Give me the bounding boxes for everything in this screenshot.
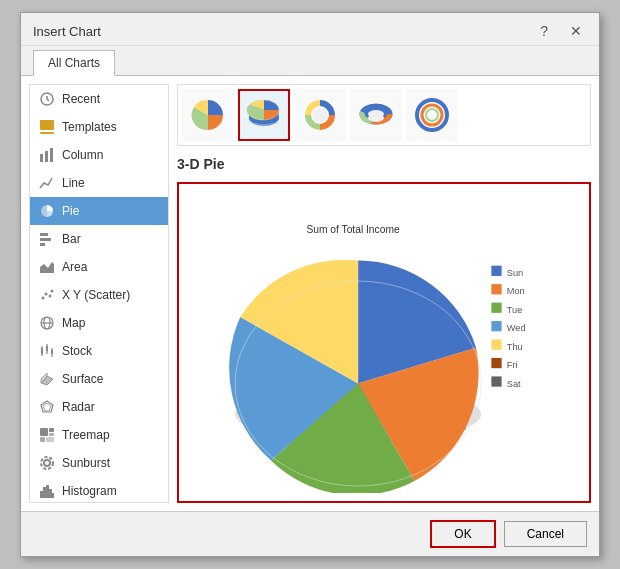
dialog-footer: OK Cancel <box>21 511 599 556</box>
chart-inner-content: Sum of Total Income <box>179 184 589 501</box>
help-button[interactable]: ? <box>535 21 553 41</box>
svg-point-66 <box>426 109 438 121</box>
chart-preview-area: Sum of Total Income <box>177 182 591 503</box>
svg-rect-37 <box>49 489 52 498</box>
close-button[interactable]: ✕ <box>565 21 587 41</box>
svg-rect-69 <box>492 266 502 276</box>
insert-chart-dialog: Insert Chart ? ✕ All Charts Recent <box>20 12 600 557</box>
svg-rect-34 <box>40 491 43 498</box>
svg-rect-36 <box>46 485 49 498</box>
sidebar-item-line[interactable]: Line <box>30 169 168 197</box>
svg-text:Mon: Mon <box>507 286 525 296</box>
svg-rect-81 <box>492 376 502 386</box>
selected-chart-title: 3-D Pie <box>177 154 591 174</box>
sidebar-item-stock[interactable]: Stock <box>30 337 168 365</box>
svg-rect-6 <box>40 233 48 236</box>
svg-rect-79 <box>492 358 502 368</box>
svg-rect-28 <box>49 428 54 432</box>
svg-rect-73 <box>492 303 502 313</box>
treemap-icon <box>38 426 56 444</box>
sidebar-label-line: Line <box>62 176 85 190</box>
svg-rect-75 <box>492 321 502 331</box>
svg-marker-26 <box>43 403 51 411</box>
svg-point-13 <box>51 290 54 293</box>
sidebar-item-surface[interactable]: Surface <box>30 365 168 393</box>
title-bar: Insert Chart ? ✕ <box>21 13 599 46</box>
sidebar-label-pie: Pie <box>62 204 79 218</box>
sidebar-label-scatter: X Y (Scatter) <box>62 288 130 302</box>
sunburst-icon <box>38 454 56 472</box>
sidebar-item-templates[interactable]: Templates <box>30 113 168 141</box>
sidebar-item-radar[interactable]: Radar <box>30 393 168 421</box>
chart-type-donut3d[interactable] <box>350 89 402 141</box>
sidebar-item-treemap[interactable]: Treemap <box>30 421 168 449</box>
svg-rect-8 <box>40 243 45 246</box>
sidebar-label-histogram: Histogram <box>62 484 117 498</box>
svg-rect-30 <box>40 437 45 442</box>
sidebar-item-scatter[interactable]: X Y (Scatter) <box>30 281 168 309</box>
chart-type-donut2d[interactable] <box>294 89 346 141</box>
chart-icons-row <box>177 84 591 146</box>
tab-all-charts[interactable]: All Charts <box>33 50 115 76</box>
sidebar-item-area[interactable]: Area <box>30 253 168 281</box>
svg-text:Tue: Tue <box>507 305 523 315</box>
svg-rect-29 <box>49 433 54 436</box>
sidebar-item-bar[interactable]: Bar <box>30 225 168 253</box>
svg-rect-31 <box>46 437 54 442</box>
svg-rect-38 <box>52 493 54 498</box>
sidebar-label-surface: Surface <box>62 372 103 386</box>
svg-text:Wed: Wed <box>507 323 526 333</box>
sidebar-item-histogram[interactable]: Histogram <box>30 477 168 503</box>
sidebar-label-radar: Radar <box>62 400 95 414</box>
svg-text:Fri: Fri <box>507 360 518 370</box>
tab-bar: All Charts <box>21 46 599 76</box>
svg-rect-71 <box>492 284 502 294</box>
chart-preview-title: Sum of Total Income <box>307 224 401 235</box>
svg-point-32 <box>44 460 50 466</box>
svg-text:Thu: Thu <box>507 342 523 352</box>
sidebar-label-bar: Bar <box>62 232 81 246</box>
sidebar-item-column[interactable]: Column <box>30 141 168 169</box>
chart-type-pie2d[interactable] <box>182 89 234 141</box>
title-bar-buttons: ? ✕ <box>535 21 587 41</box>
svg-rect-2 <box>40 132 54 134</box>
sidebar-item-recent[interactable]: Recent <box>30 85 168 113</box>
recent-icon <box>38 90 56 108</box>
svg-rect-7 <box>40 238 51 241</box>
line-icon <box>38 174 56 192</box>
svg-rect-5 <box>50 148 53 162</box>
histogram-icon <box>38 482 56 500</box>
chart-type-sidebar: Recent Templates Column Li <box>29 84 169 503</box>
bar-icon <box>38 230 56 248</box>
radar-icon <box>38 398 56 416</box>
sidebar-item-pie[interactable]: Pie <box>30 197 168 225</box>
svg-marker-9 <box>40 262 54 273</box>
sidebar-label-area: Area <box>62 260 87 274</box>
svg-text:Sat: Sat <box>507 379 521 389</box>
sidebar-label-sunburst: Sunburst <box>62 456 110 470</box>
chart-preview-svg: Sum of Total Income <box>189 192 579 493</box>
cancel-button[interactable]: Cancel <box>504 521 587 547</box>
stock-icon <box>38 342 56 360</box>
sidebar-label-templates: Templates <box>62 120 117 134</box>
templates-icon <box>38 118 56 136</box>
sidebar-label-stock: Stock <box>62 344 92 358</box>
chart-type-ring[interactable] <box>406 89 458 141</box>
main-chart-panel: 3-D Pie Sum of Total Income <box>177 84 591 503</box>
svg-rect-77 <box>492 339 502 349</box>
sidebar-label-column: Column <box>62 148 103 162</box>
ok-button[interactable]: OK <box>430 520 495 548</box>
svg-rect-4 <box>45 151 48 162</box>
svg-point-57 <box>313 108 327 122</box>
sidebar-label-treemap: Treemap <box>62 428 110 442</box>
svg-point-12 <box>49 295 52 298</box>
svg-point-63 <box>368 114 384 122</box>
chart-type-pie3d[interactable] <box>238 89 290 141</box>
svg-text:Sun: Sun <box>507 268 523 278</box>
svg-rect-35 <box>43 487 46 498</box>
svg-point-33 <box>41 457 53 469</box>
svg-rect-1 <box>40 120 54 130</box>
scatter-icon <box>38 286 56 304</box>
sidebar-item-sunburst[interactable]: Sunburst <box>30 449 168 477</box>
sidebar-item-map[interactable]: Map <box>30 309 168 337</box>
